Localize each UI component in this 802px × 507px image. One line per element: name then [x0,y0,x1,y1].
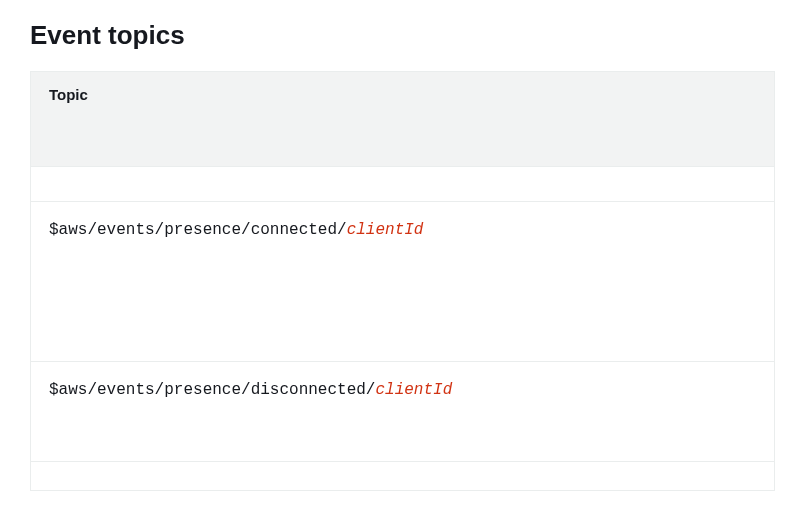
topic-variable: clientId [347,221,424,239]
table-scroll-content: Topic $aws/events/presence/connected/cli… [31,72,775,462]
table-spacer-row [31,167,775,202]
table-scroll-container[interactable]: Topic $aws/events/presence/connected/cli… [30,71,775,491]
topic-prefix: $aws/events/presence/disconnected/ [49,381,375,399]
table-header-label: Topic [49,86,775,103]
page-title: Event topics [30,20,772,51]
table-row: $aws/events/presence/disconnected/client… [31,362,775,462]
topic-prefix: $aws/events/presence/connected/ [49,221,347,239]
topic-variable: clientId [375,381,452,399]
table-row: $aws/events/presence/connected/clientId [31,202,775,362]
table-header: Topic [31,72,775,167]
